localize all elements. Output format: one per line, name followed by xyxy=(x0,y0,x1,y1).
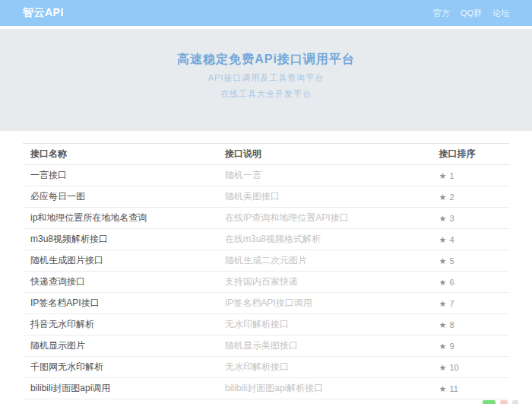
rank-number: 6 xyxy=(449,278,454,287)
table-row[interactable]: ip和地理位置所在地地名查询 在线IP查询和地理位置API接口 ★3 xyxy=(23,208,509,229)
api-description: 无水印解析接口 xyxy=(217,357,432,378)
table-row[interactable]: 快递查询接口 支持国内百家快递 ★6 xyxy=(23,272,509,293)
star-icon: ★ xyxy=(439,192,447,202)
nav-item-official[interactable]: 官方 xyxy=(433,8,450,19)
api-description: 支持国内百家快递 xyxy=(217,272,432,293)
api-rank-cell: ★5 xyxy=(432,250,509,272)
api-name-link[interactable]: 随机生成图片接口 xyxy=(23,250,217,272)
nav-item-qq-group[interactable]: QQ群 xyxy=(461,8,482,19)
rank-number: 2 xyxy=(449,192,454,202)
api-description: 随机一言 xyxy=(217,165,432,186)
rank-number: 1 xyxy=(449,171,454,180)
hero-title: 高速稳定免费APi接口调用平台 xyxy=(0,52,532,68)
rank-number: 9 xyxy=(449,342,454,351)
api-name-link[interactable]: bilibili封面图api调用 xyxy=(23,378,217,399)
table-row[interactable]: 随机生成图片接口 随机生成二次元图片 ★5 xyxy=(23,250,509,272)
stats-widget[interactable] xyxy=(483,400,518,404)
stats-badge-green-icon[interactable] xyxy=(483,400,496,404)
api-rank-cell: ★3 xyxy=(432,208,509,229)
api-name-link[interactable]: 快递查询接口 xyxy=(23,272,217,293)
star-icon: ★ xyxy=(439,171,447,180)
api-description: bilibili封面图api解析接口 xyxy=(217,378,432,399)
api-rank-cell: ★1 xyxy=(432,165,509,186)
rank-number: 10 xyxy=(449,363,458,372)
api-description: 随机显示美图接口 xyxy=(217,336,432,357)
hero-subtitle-2: 在线工具大全开发平台 xyxy=(0,88,532,100)
api-name-link[interactable]: 一言接口 xyxy=(23,165,217,186)
api-rank-cell: ★7 xyxy=(432,293,509,314)
api-name-link[interactable]: 千图网无水印解析 xyxy=(23,357,217,378)
site-logo[interactable]: 智云API xyxy=(23,6,64,20)
api-description: 无水印解析接口 xyxy=(217,314,432,336)
api-rank-cell: ★10 xyxy=(432,357,509,378)
table-row[interactable]: m3u8视频解析接口 在线m3u8视频格式解析 ★4 xyxy=(23,229,509,250)
api-rank-cell: ★2 xyxy=(432,186,509,208)
nav-item-forum[interactable]: 论坛 xyxy=(492,8,509,19)
table-row[interactable]: 必应每日一图 随机美图接口 ★2 xyxy=(23,186,509,208)
star-icon: ★ xyxy=(439,214,447,223)
rank-number: 5 xyxy=(449,256,454,266)
api-name-link[interactable]: ip和地理位置所在地地名查询 xyxy=(23,208,217,229)
api-rank-cell: ★4 xyxy=(432,229,509,250)
star-icon: ★ xyxy=(439,342,447,351)
api-rank-cell: ★6 xyxy=(432,272,509,293)
api-list-section: 接口名称 接口说明 接口排序 一言接口 随机一言 ★1 必应每日一图 随机美图接… xyxy=(23,143,509,399)
api-rank-cell: ★8 xyxy=(432,314,509,336)
star-icon: ★ xyxy=(439,256,447,266)
api-description: 在线m3u8视频格式解析 xyxy=(217,229,432,250)
rank-number: 8 xyxy=(449,320,454,329)
rank-number: 4 xyxy=(449,235,454,244)
table-row[interactable]: 抖音无水印解析 无水印解析接口 ★8 xyxy=(23,314,509,336)
table-row[interactable]: bilibili封面图api调用 bilibili封面图api解析接口 ★11 xyxy=(23,378,509,399)
stats-badge-gray-icon[interactable] xyxy=(512,400,518,404)
api-description: 随机美图接口 xyxy=(217,186,432,208)
star-icon: ★ xyxy=(439,384,447,393)
star-icon: ★ xyxy=(439,363,447,372)
rank-number: 3 xyxy=(449,214,454,223)
api-rank-cell: ★11 xyxy=(432,378,509,399)
table-row[interactable]: IP签名档API接口 IP签名档API接口调用 ★7 xyxy=(23,293,509,314)
hero-subtitle-1: API接口调用及工具查询平台 xyxy=(0,72,532,84)
column-header-desc: 接口说明 xyxy=(217,144,432,165)
header-nav: 官方 QQ群 论坛 xyxy=(433,8,509,19)
star-icon: ★ xyxy=(439,299,447,308)
star-icon: ★ xyxy=(439,320,447,329)
hero-banner: 高速稳定免费APi接口调用平台 API接口调用及工具查询平台 在线工具大全开发平… xyxy=(0,29,532,131)
top-navbar: 智云API 官方 QQ群 论坛 xyxy=(0,0,532,26)
table-row[interactable]: 千图网无水印解析 无水印解析接口 ★10 xyxy=(23,357,509,378)
api-description: 在线IP查询和地理位置API接口 xyxy=(217,208,432,229)
api-name-link[interactable]: 随机显示图片 xyxy=(23,336,217,357)
rank-number: 11 xyxy=(449,384,458,393)
api-description: IP签名档API接口调用 xyxy=(217,293,432,314)
table-row[interactable]: 随机显示图片 随机显示美图接口 ★9 xyxy=(23,336,509,357)
table-header-row: 接口名称 接口说明 接口排序 xyxy=(23,144,509,165)
api-name-link[interactable]: 必应每日一图 xyxy=(23,186,217,208)
column-header-name: 接口名称 xyxy=(23,144,217,165)
api-name-link[interactable]: m3u8视频解析接口 xyxy=(23,229,217,250)
star-icon: ★ xyxy=(439,235,447,244)
star-icon: ★ xyxy=(439,278,447,287)
api-rank-cell: ★9 xyxy=(432,336,509,357)
stats-badge-pink-icon[interactable] xyxy=(500,400,508,404)
api-name-link[interactable]: IP签名档API接口 xyxy=(23,293,217,314)
rank-number: 7 xyxy=(449,299,454,308)
table-row[interactable]: 一言接口 随机一言 ★1 xyxy=(23,165,509,186)
api-table: 接口名称 接口说明 接口排序 一言接口 随机一言 ★1 必应每日一图 随机美图接… xyxy=(23,143,509,399)
api-description: 随机生成二次元图片 xyxy=(217,250,432,272)
api-name-link[interactable]: 抖音无水印解析 xyxy=(23,314,217,336)
column-header-rank: 接口排序 xyxy=(432,144,509,165)
